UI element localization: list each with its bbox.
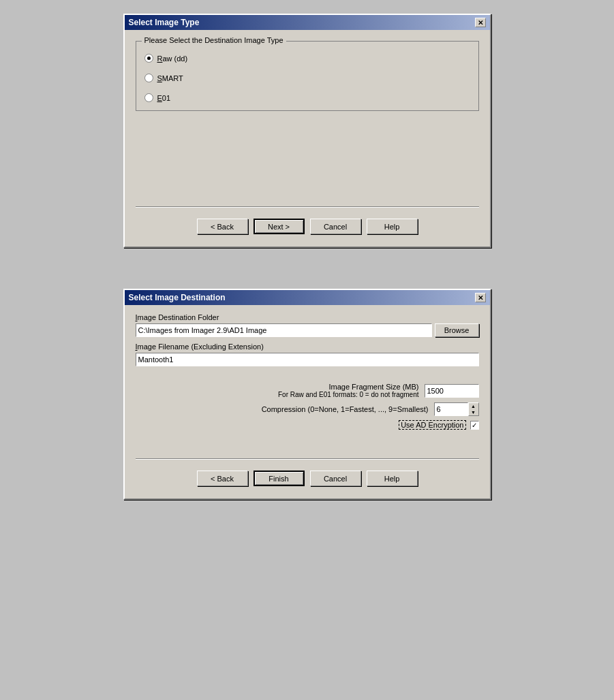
dialog1-help-button[interactable]: Help bbox=[367, 219, 418, 234]
dialog2-titlebar: Select Image Destination ✕ bbox=[125, 290, 490, 305]
dialog2-button-row: < Back Finish Cancel Help bbox=[136, 465, 479, 490]
compression-label: Compression (0=None, 1=Fastest, ..., 9=S… bbox=[262, 405, 429, 413]
fragment-input-wrap bbox=[425, 384, 479, 398]
radio-smart-label: SMART bbox=[157, 74, 183, 82]
dialog1-back-button[interactable]: < Back bbox=[197, 219, 248, 234]
dialog1-titlebar: Select Image Type ✕ bbox=[125, 15, 490, 30]
encryption-checkbox[interactable]: ✓ bbox=[470, 421, 479, 430]
dialog2-title: Select Image Destination bbox=[129, 293, 226, 302]
radio-smart[interactable]: SMART bbox=[144, 74, 470, 82]
image-type-groupbox: Please Select the Destination Image Type… bbox=[136, 41, 479, 111]
dialog2-back-button[interactable]: < Back bbox=[197, 471, 248, 486]
compression-row: Compression (0=None, 1=Fastest, ..., 9=S… bbox=[136, 402, 479, 416]
groupbox-legend: Please Select the Destination Image Type bbox=[142, 36, 286, 44]
dialog2-close-button[interactable]: ✕ bbox=[475, 293, 486, 302]
folder-section: Image Destination Folder Browse bbox=[136, 313, 479, 337]
radio-e01-input[interactable] bbox=[144, 93, 153, 102]
spinner-down-button[interactable]: ▼ bbox=[469, 409, 478, 415]
dialog2-help-button[interactable]: Help bbox=[367, 471, 418, 486]
fragment-row: Image Fragment Size (MB) For Raw and E01… bbox=[136, 383, 479, 398]
fragment-sublabel: For Raw and E01 formats: 0 = do not frag… bbox=[278, 391, 419, 398]
fragment-input[interactable] bbox=[425, 384, 479, 398]
dialog1-cancel-button[interactable]: Cancel bbox=[310, 219, 361, 234]
select-image-type-dialog: Select Image Type ✕ Please Select the De… bbox=[123, 14, 491, 248]
spacer-small bbox=[136, 372, 479, 383]
dialog2-separator bbox=[136, 458, 479, 460]
dialog1-button-row: < Back Next > Cancel Help bbox=[136, 213, 479, 238]
dialog1-spacer bbox=[136, 119, 479, 201]
radio-e01[interactable]: E01 bbox=[144, 93, 470, 102]
dialog1-body: Please Select the Destination Image Type… bbox=[125, 30, 490, 246]
filename-label: Image Filename (Excluding Extension) bbox=[136, 343, 479, 351]
dialog1-separator bbox=[136, 206, 479, 208]
radio-smart-input[interactable] bbox=[144, 74, 153, 82]
select-image-destination-dialog: Select Image Destination ✕ Image Destina… bbox=[123, 289, 491, 500]
browse-button[interactable]: Browse bbox=[435, 323, 479, 337]
folder-label: Image Destination Folder bbox=[136, 313, 479, 321]
dialog1-next-button[interactable]: Next > bbox=[254, 219, 305, 234]
filename-section: Image Filename (Excluding Extension) bbox=[136, 343, 479, 366]
dialog2-finish-button[interactable]: Finish bbox=[254, 471, 305, 486]
radio-raw[interactable]: Raw (dd) bbox=[144, 54, 470, 63]
dialog2-cancel-button[interactable]: Cancel bbox=[310, 471, 361, 486]
fragment-label: Image Fragment Size (MB) For Raw and E01… bbox=[278, 383, 419, 398]
dialog1-title: Select Image Type bbox=[129, 18, 200, 27]
folder-input[interactable] bbox=[136, 323, 432, 337]
encryption-label: Use AD Encryption bbox=[399, 420, 465, 430]
image-type-radio-group: Raw (dd) SMART E01 bbox=[144, 47, 470, 102]
dialog2-body: Image Destination Folder Browse Image Fi… bbox=[125, 305, 490, 498]
compression-input[interactable] bbox=[434, 402, 468, 416]
filename-input[interactable] bbox=[136, 353, 479, 366]
spinner-up-button[interactable]: ▲ bbox=[469, 403, 478, 409]
folder-input-row: Browse bbox=[136, 323, 479, 337]
spacer2 bbox=[136, 432, 479, 453]
compression-spinner: ▲ ▼ bbox=[468, 402, 479, 416]
radio-e01-label: E01 bbox=[157, 94, 171, 102]
dialog1-close-button[interactable]: ✕ bbox=[475, 18, 486, 27]
encryption-row: Use AD Encryption ✓ bbox=[136, 420, 479, 430]
compression-input-wrap: ▲ ▼ bbox=[434, 402, 479, 416]
radio-raw-input[interactable] bbox=[144, 54, 153, 63]
radio-raw-label: Raw (dd) bbox=[157, 54, 188, 63]
